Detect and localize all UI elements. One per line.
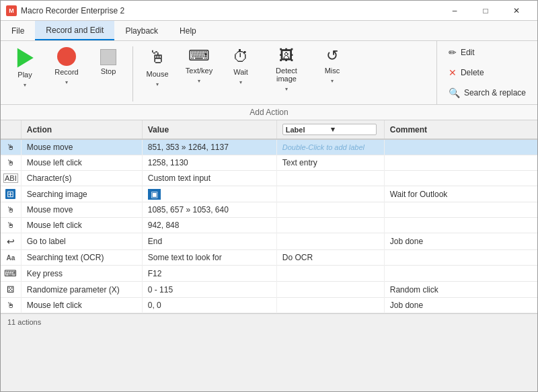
- detect-image-icon: 🖼: [279, 47, 294, 65]
- table-row[interactable]: 🖱Mouse left click942, 848: [1, 218, 537, 233]
- row-action: Mouse left click: [21, 218, 142, 233]
- textkey-label: Text/key: [186, 67, 213, 75]
- wait-dropdown-arrow: ▾: [239, 79, 242, 85]
- detect-image-button[interactable]: 🖼 Detect image ▾: [262, 44, 311, 97]
- table-row[interactable]: 🖱Mouse move851, 353 » 1264, 1137Double-C…: [1, 139, 537, 155]
- actions-table: Action Value Label ▾ Comment 🖱Mouse move…: [1, 120, 537, 313]
- row-comment: [384, 139, 537, 155]
- row-action: Mouse move: [21, 139, 142, 155]
- table-row[interactable]: ⚄Randomize parameter (X)0 - 115Random cl…: [1, 282, 537, 298]
- search-replace-label: Search & replace: [464, 88, 526, 97]
- mouse-label: Mouse: [146, 70, 168, 78]
- stop-icon: [100, 49, 116, 65]
- play-button[interactable]: Play ▾: [5, 44, 45, 93]
- row-action: Key press: [21, 266, 142, 282]
- table-row[interactable]: 🖱Mouse move1085, 657 » 1053, 640: [1, 202, 537, 218]
- wait-button[interactable]: ⏱ Wait ▾: [221, 44, 261, 90]
- play-label: Play: [17, 71, 32, 79]
- detect-image-label: Detect image: [267, 67, 306, 83]
- status-text: 11 actions: [7, 318, 41, 326]
- table-row[interactable]: ↩Go to labelEndJob done: [1, 233, 537, 250]
- row-comment: [384, 202, 537, 218]
- row-label: [276, 298, 384, 313]
- table-row[interactable]: ⊞Searching image▣Wait for Outlook: [1, 186, 537, 202]
- row-value: 0, 0: [142, 298, 276, 313]
- add-action-row: Add Action: [1, 105, 537, 120]
- row-icon: 🖱: [1, 298, 21, 313]
- row-value: 1085, 657 » 1053, 640: [142, 202, 276, 218]
- label-dropdown[interactable]: Label ▾: [282, 124, 377, 135]
- window-title: Macro Recorder Enterprise 2: [21, 6, 124, 15]
- row-icon: Aa: [1, 250, 21, 266]
- close-button[interactable]: ✕: [501, 1, 532, 21]
- col-icon-header: [1, 120, 21, 139]
- row-value: 942, 848: [142, 218, 276, 233]
- delete-icon: ✕: [449, 67, 457, 78]
- row-comment: [384, 250, 537, 266]
- toolbar: Play ▾ Record ▾ Stop 🖱 Mouse ▾ ⌨ Text/ke…: [1, 41, 537, 105]
- row-label: [276, 266, 384, 282]
- record-dropdown-arrow: ▾: [65, 79, 68, 85]
- menu-file[interactable]: File: [1, 21, 35, 40]
- table-row[interactable]: ⌨Key pressF12: [1, 266, 537, 282]
- record-icon: [57, 47, 76, 66]
- row-comment: [384, 155, 537, 171]
- table-row[interactable]: 🖱Mouse left click0, 0Job done: [1, 298, 537, 313]
- textkey-button[interactable]: ⌨ Text/key ▾: [179, 44, 219, 89]
- row-label: [276, 202, 384, 218]
- search-replace-button[interactable]: 🔍 Search & replace: [443, 84, 532, 102]
- play-dropdown-arrow: ▾: [24, 82, 26, 88]
- row-value: End: [142, 233, 276, 250]
- row-comment: Wait for Outlook: [384, 186, 537, 202]
- row-action: Character(s): [21, 171, 142, 186]
- row-action: Randomize parameter (X): [21, 282, 142, 298]
- title-bar: M Macro Recorder Enterprise 2 – □ ✕: [1, 1, 537, 21]
- mouse-button[interactable]: 🖱 Mouse ▾: [137, 44, 178, 92]
- misc-button[interactable]: ↺ Misc ▾: [312, 44, 352, 89]
- row-value: Custom text input: [142, 171, 276, 186]
- misc-dropdown-arrow: ▾: [331, 78, 334, 84]
- row-value: ▣: [142, 186, 276, 202]
- delete-button[interactable]: ✕ Delete: [443, 64, 532, 81]
- row-label: [276, 186, 384, 202]
- maximize-button[interactable]: □: [470, 1, 501, 21]
- edit-label: Edit: [461, 48, 475, 57]
- title-bar-left: M Macro Recorder Enterprise 2: [6, 5, 124, 16]
- record-label: Record: [54, 68, 78, 76]
- menu-help[interactable]: Help: [169, 21, 207, 40]
- table-container: Action Value Label ▾ Comment 🖱Mouse move…: [1, 120, 537, 313]
- table-row[interactable]: AaSearching text (OCR)Some text to look …: [1, 250, 537, 266]
- misc-icon: ↺: [326, 47, 338, 65]
- stop-button[interactable]: Stop: [88, 44, 128, 81]
- menu-record-edit[interactable]: Record and Edit: [35, 21, 114, 40]
- mouse-dropdown-arrow: ▾: [156, 81, 159, 87]
- row-value: 1258, 1130: [142, 155, 276, 171]
- row-label: Double-Click to add label: [276, 139, 384, 155]
- row-label: Text entry: [276, 155, 384, 171]
- edit-icon: ✏: [449, 47, 457, 58]
- table-body: 🖱Mouse move851, 353 » 1264, 1137Double-C…: [1, 139, 537, 313]
- stop-label: Stop: [101, 67, 116, 75]
- row-label: [276, 233, 384, 250]
- edit-button[interactable]: ✏ Edit: [443, 44, 532, 61]
- misc-label: Misc: [325, 67, 340, 75]
- add-action-label: Add Action: [249, 108, 288, 117]
- table-row[interactable]: 🖱Mouse left click1258, 1130Text entry: [1, 155, 537, 171]
- wait-label: Wait: [233, 68, 248, 76]
- row-action: Mouse move: [21, 202, 142, 218]
- row-comment: [384, 218, 537, 233]
- table-row[interactable]: ABICharacter(s)Custom text input: [1, 171, 537, 186]
- row-comment: Job done: [384, 233, 537, 250]
- menu-playback[interactable]: Playback: [114, 21, 169, 40]
- table-area: Action Value Label ▾ Comment 🖱Mouse move…: [1, 120, 537, 313]
- status-bar: 11 actions: [1, 313, 537, 329]
- row-label: [276, 218, 384, 233]
- row-icon: 🖱: [1, 218, 21, 233]
- label-dropdown-arrow: ▾: [331, 125, 373, 134]
- col-value-header: Value: [142, 120, 276, 139]
- wait-icon: ⏱: [233, 47, 249, 66]
- toolbar-right: ✏ Edit ✕ Delete 🔍 Search & replace: [436, 41, 537, 104]
- row-action: Mouse left click: [21, 298, 142, 313]
- minimize-button[interactable]: –: [439, 1, 470, 21]
- record-button[interactable]: Record ▾: [46, 44, 87, 90]
